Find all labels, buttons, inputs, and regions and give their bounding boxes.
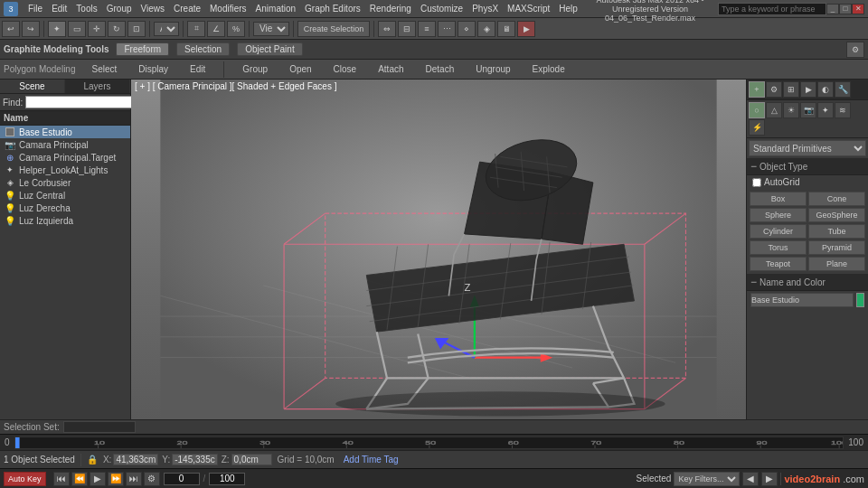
menu-group[interactable]: Group xyxy=(102,4,137,14)
cameras-icon[interactable]: 📷 xyxy=(800,102,816,118)
menu-customize[interactable]: Customize xyxy=(416,4,467,14)
minimize-button[interactable]: _ xyxy=(826,4,839,14)
next-key-button[interactable]: ▶ xyxy=(761,472,778,486)
box-button[interactable]: Box xyxy=(750,192,807,206)
poly-display-btn[interactable]: Display xyxy=(133,63,174,75)
schematic-button[interactable]: ⋄ xyxy=(458,21,476,37)
cone-button[interactable]: Cone xyxy=(808,192,865,206)
material-editor-button[interactable]: ◈ xyxy=(477,21,495,37)
key-filters-select[interactable]: Key Filters... xyxy=(674,472,740,486)
menu-maxscript[interactable]: MAXScript xyxy=(503,4,554,14)
menu-tools[interactable]: Tools xyxy=(71,4,101,14)
scene-item-le-corbusier[interactable]: ◈ Le Corbusier xyxy=(0,176,130,189)
teapot-button[interactable]: Teapot xyxy=(750,257,807,271)
scene-item-luz-derecha[interactable]: 💡 Luz Derecha xyxy=(0,202,130,214)
snap-3d-button[interactable]: ⌗ xyxy=(187,21,205,37)
pyramid-button[interactable]: Pyramid xyxy=(808,240,865,255)
menu-graph-editors[interactable]: Graph Editors xyxy=(300,4,365,14)
viewport[interactable]: [ + ] [ Camera Principal ][ Shaded + Edg… xyxy=(131,80,746,419)
poly-edit-btn[interactable]: Edit xyxy=(184,63,211,75)
poly-open-btn[interactable]: Open xyxy=(284,63,316,75)
select-move-button[interactable]: ✛ xyxy=(88,21,106,37)
systems-icon[interactable]: ⚡ xyxy=(749,119,765,136)
collapse-icon[interactable]: − xyxy=(750,160,757,173)
play-button[interactable]: ▶ xyxy=(90,472,106,486)
play-options-button[interactable]: ⚙ xyxy=(144,472,160,486)
undo-button[interactable]: ↩ xyxy=(2,21,20,37)
redo-button[interactable]: ↪ xyxy=(22,21,40,37)
next-frame-button[interactable]: ⏩ xyxy=(108,472,124,486)
menu-file[interactable]: File xyxy=(24,4,47,14)
hierarchy-icon[interactable]: ⊞ xyxy=(783,81,799,98)
sphere-button[interactable]: Sphere xyxy=(750,208,807,222)
go-start-button[interactable]: ⏮ xyxy=(53,472,70,486)
poly-ungroup-btn[interactable]: Ungroup xyxy=(470,63,515,75)
maximize-button[interactable]: □ xyxy=(839,4,852,14)
close-button[interactable]: ✕ xyxy=(852,4,864,14)
graphite-options-button[interactable]: ⚙ xyxy=(846,42,864,58)
menu-help[interactable]: Help xyxy=(554,4,582,14)
rotate-button[interactable]: ↻ xyxy=(108,21,126,37)
poly-select-btn[interactable]: Select xyxy=(87,63,123,75)
motion-icon[interactable]: ▶ xyxy=(800,81,816,98)
cylinder-button[interactable]: Cylinder xyxy=(750,224,807,239)
modify-icon[interactable]: ⚙ xyxy=(766,81,782,98)
collapse-icon-2[interactable]: − xyxy=(750,276,757,288)
menu-physx[interactable]: PhysX xyxy=(467,4,503,14)
menu-modifiers[interactable]: Modifiers xyxy=(205,4,251,14)
graphite-tab-object-paint[interactable]: Object Paint xyxy=(237,42,302,56)
filter-select[interactable]: All xyxy=(154,22,179,36)
lights-icon[interactable]: ☀ xyxy=(783,102,799,118)
torus-button[interactable]: Torus xyxy=(750,240,807,255)
timeline-track[interactable]: 10 20 30 40 50 60 70 80 90 100 xyxy=(14,436,844,449)
utilities-icon[interactable]: 🔧 xyxy=(835,81,851,98)
shapes-icon[interactable]: △ xyxy=(766,102,782,118)
prev-key-button[interactable]: ◀ xyxy=(742,472,759,486)
viewport-select[interactable]: View xyxy=(253,22,289,36)
search-input[interactable] xyxy=(718,3,826,15)
current-frame-input[interactable] xyxy=(164,473,200,485)
scene-item-helper[interactable]: ✦ Helper_LookAt_Lights xyxy=(0,164,130,176)
scene-item-luz-central[interactable]: 💡 Luz Central xyxy=(0,189,130,202)
select-region-button[interactable]: ▭ xyxy=(68,21,86,37)
poly-attach-btn[interactable]: Attach xyxy=(373,63,409,75)
graphite-tab-freeform[interactable]: Freeform xyxy=(116,42,169,56)
spacewarps-icon[interactable]: ≋ xyxy=(835,102,851,118)
find-input[interactable] xyxy=(25,96,146,108)
color-swatch[interactable] xyxy=(856,293,864,307)
named-sel-button[interactable]: Create Selection xyxy=(297,21,370,37)
selection-set-input[interactable] xyxy=(63,421,136,433)
geosphere-button[interactable]: GeoSphere xyxy=(808,208,865,222)
menu-edit[interactable]: Edit xyxy=(47,4,71,14)
menu-create[interactable]: Create xyxy=(169,4,205,14)
render-button[interactable]: ▶ xyxy=(517,21,535,37)
scene-tab[interactable]: Scene xyxy=(0,80,65,93)
curve-editor-button[interactable]: ⋯ xyxy=(438,21,456,37)
primitives-select[interactable]: Standard Primitives xyxy=(749,140,866,156)
tube-button[interactable]: Tube xyxy=(808,224,865,239)
scale-button[interactable]: ⊡ xyxy=(127,21,146,37)
layer-button[interactable]: ≡ xyxy=(418,21,436,37)
helpers-icon[interactable]: ✦ xyxy=(817,102,834,118)
geometry-icon[interactable]: ○ xyxy=(749,102,765,118)
mirror-button[interactable]: ⇔ xyxy=(378,21,396,37)
auto-key-button[interactable]: Auto Key xyxy=(4,472,46,486)
poly-explode-btn[interactable]: Explode xyxy=(527,63,571,75)
autogrid-checkbox[interactable] xyxy=(752,178,761,187)
scene-item-camera-target[interactable]: ⊕ Camara Principal.Target xyxy=(0,151,130,164)
menu-rendering[interactable]: Rendering xyxy=(365,4,416,14)
go-end-button[interactable]: ⏭ xyxy=(126,472,142,486)
select-object-button[interactable]: ✦ xyxy=(48,21,66,37)
render-setup-button[interactable]: 🖥 xyxy=(497,21,515,37)
plane-button[interactable]: Plane xyxy=(808,257,865,271)
add-time-tag[interactable]: Add Time Tag xyxy=(344,455,399,465)
align-button[interactable]: ⊟ xyxy=(398,21,416,37)
total-frames-input[interactable] xyxy=(209,473,245,485)
viewport-canvas[interactable]: Z xyxy=(131,80,746,419)
poly-detach-btn[interactable]: Detach xyxy=(420,63,460,75)
menu-animation[interactable]: Animation xyxy=(251,4,300,14)
scene-item-camera-principal[interactable]: 📷 Camara Principal xyxy=(0,138,130,151)
object-name-input[interactable] xyxy=(750,293,854,307)
snap-angle-button[interactable]: ∠ xyxy=(207,21,225,37)
menu-views[interactable]: Views xyxy=(137,4,170,14)
